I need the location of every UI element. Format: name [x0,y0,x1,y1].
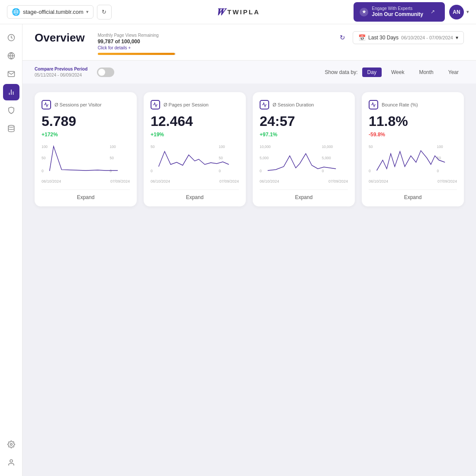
engage-experts-button[interactable]: ★ Engage With Experts Join Our Community… [354,2,445,22]
card-title-bounce: Bounce Rate (%) [382,102,418,107]
refresh-icon: ↻ [102,9,106,15]
main-layout: Overview Monthly Page Views Remaining 99… [0,24,476,476]
expand-button-sessions[interactable]: Expand [42,190,130,200]
avatar[interactable]: AN [449,5,464,19]
sidebar-item-database[interactable] [3,120,19,137]
svg-text:0: 0 [42,169,44,173]
data-period-day[interactable]: Day [362,68,382,77]
topnav: 🌐 stage-official.tumblr.com ▾ ↻ 𝑾 TWIPLA… [0,0,476,24]
chart-date-end-pages: 07/09/2024 [219,179,239,183]
chart-date-end-sessions: 07/09/2024 [110,179,130,183]
svg-text:50: 50 [437,156,441,160]
calendar-icon: 📅 [358,34,366,41]
sidebar-item-globe[interactable] [3,48,19,64]
show-data-section: Show data by: Day Week Month Year [325,68,464,77]
compare-wrapper: Compare Previous Period 05/11/2024 - 06/… [35,67,114,77]
svg-text:50: 50 [42,156,45,160]
svg-text:100: 100 [219,145,225,149]
expand-button-pages[interactable]: Expand [151,190,239,200]
data-period-month[interactable]: Month [414,68,438,77]
progress-bar-fill [98,53,175,55]
card-change-duration: +97.1% [260,132,348,138]
card-sessions-per-visitor: Ø Sessions per Visitor 5.789 +172% 100 1… [35,92,137,206]
date-range-chevron: ▾ [456,35,458,41]
page-views-info: Monthly Page Views Remaining 99,787 of 1… [98,31,176,55]
svg-text:0: 0 [437,169,439,173]
card-icon-bounce [369,100,378,109]
compare-toggle[interactable] [97,68,114,77]
card-icon-sessions [42,100,51,109]
logo-w-mark: 𝑾 [216,6,225,18]
svg-text:10,000: 10,000 [322,145,333,149]
svg-text:5,000: 5,000 [260,156,269,160]
date-range-dates: 06/10/2024 - 07/09/2024 [401,35,453,40]
click-details-link[interactable]: Click for details + [98,45,176,50]
card-title-duration: Ø Session Duration [273,102,314,107]
page-title: Overview [35,31,85,45]
sidebar-item-user[interactable] [3,454,19,471]
svg-text:100: 100 [437,145,443,149]
logo-text: TWIPLA [227,8,260,16]
topnav-left: 🌐 stage-official.tumblr.com ▾ ↻ [7,5,112,19]
avatar-chevron[interactable]: ▾ [466,9,469,15]
date-range-button[interactable]: 📅 Last 30 Days 06/10/2024 - 07/09/2024 ▾ [353,31,464,44]
card-icon-duration [260,100,269,109]
chart-sessions: 100 100 50 50 0 0 [42,143,130,177]
compare-section: Compare Previous Period 05/11/2024 - 06/… [35,67,87,77]
topnav-center: 𝑾 TWIPLA [216,6,260,18]
sidebar-item-analytics[interactable] [3,84,19,100]
refresh-button[interactable]: ↻ [97,5,112,19]
card-value-bounce: 11.8% [369,114,457,129]
engage-line2: Join Our Community [372,11,423,18]
card-pages-per-session: Ø Pages per Session 12.464 +19% 50 100 5… [144,92,246,206]
chart-date-end-bounce: 07/09/2024 [437,179,457,183]
chart-bounce: 50 100 50 0 0 [369,143,457,177]
svg-text:5,000: 5,000 [322,156,331,160]
expand-button-duration[interactable]: Expand [260,190,348,200]
chart-date-start-pages: 06/10/2024 [151,179,170,183]
globe-icon: 🌐 [12,8,20,16]
svg-text:0: 0 [151,169,153,173]
card-bounce-rate: Bounce Rate (%) 11.8% -59.8% 50 100 50 0… [362,92,464,206]
card-change-sessions: +172% [42,132,130,138]
chart-pages: 50 100 50 0 0 [151,143,239,177]
svg-point-7 [10,444,12,446]
page-views-count: 99,787 of 100,000 [98,39,176,45]
topnav-right: ★ Engage With Experts Join Our Community… [354,2,469,22]
chart-date-start-sessions: 06/10/2024 [42,179,61,183]
overview-right: ↻ 📅 Last 30 Days 06/10/2024 - 07/09/2024… [336,31,464,44]
svg-point-6 [8,125,14,128]
svg-text:50: 50 [219,156,223,160]
card-title-pages: Ø Pages per Session [164,102,209,107]
svg-text:10,000: 10,000 [260,145,271,149]
content-area: Overview Monthly Page Views Remaining 99… [23,24,476,476]
engage-icon: ★ [360,8,368,16]
expand-button-bounce[interactable]: Expand [369,190,457,200]
svg-text:0: 0 [369,169,371,173]
card-change-bounce: -59.8% [369,132,457,138]
card-value-duration: 24:57 [260,114,348,129]
card-value-sessions: 5.789 [42,114,130,129]
overview-refresh-icon[interactable]: ↻ [336,32,348,44]
card-value-pages: 12.464 [151,114,239,129]
data-period-week[interactable]: Week [386,68,409,77]
sidebar-item-email[interactable] [3,66,19,82]
sidebar-item-clock[interactable] [3,29,19,46]
metrics-grid: Ø Sessions per Visitor 5.789 +172% 100 1… [23,84,476,215]
card-title-sessions: Ø Sessions per Visitor [55,102,102,107]
svg-point-8 [10,460,13,462]
svg-text:0: 0 [322,169,324,173]
svg-text:50: 50 [151,145,154,149]
data-period-year[interactable]: Year [443,68,464,77]
svg-text:0: 0 [260,169,262,173]
overview-header: Overview Monthly Page Views Remaining 99… [23,24,476,61]
card-icon-pages [151,100,160,109]
page-views-label: Monthly Page Views Remaining [98,33,176,38]
card-session-duration: Ø Session Duration 24:57 +97.1% 10,000 1… [253,92,355,206]
svg-text:0: 0 [110,169,112,173]
controls-bar: Compare Previous Period 05/11/2024 - 06/… [23,61,476,84]
sidebar-item-settings[interactable] [3,436,19,453]
site-selector[interactable]: 🌐 stage-official.tumblr.com ▾ [7,5,93,19]
twipla-logo: 𝑾 TWIPLA [216,6,260,18]
sidebar-item-shield[interactable] [3,102,19,119]
